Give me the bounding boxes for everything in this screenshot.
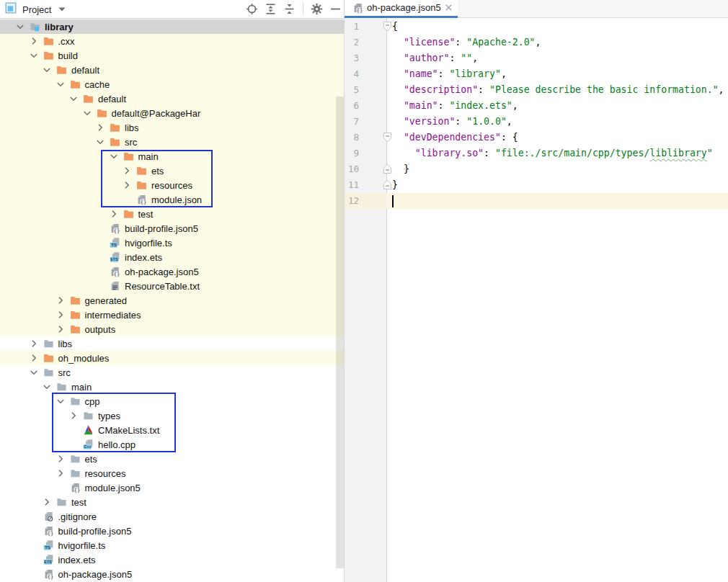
tree-row-generated[interactable]: generated — [0, 293, 345, 308]
tree-row-resourcetable.txt[interactable]: ResourceTable.txt — [0, 279, 345, 293]
tree-item-label: ets — [85, 454, 97, 465]
tree-row-src[interactable]: src — [0, 135, 345, 149]
fold-start-icon[interactable] — [383, 132, 392, 143]
code-line[interactable]: "devDependencies": { — [388, 130, 728, 146]
collapse-all-button[interactable] — [283, 3, 296, 15]
chevron-collapsed-icon[interactable] — [30, 37, 38, 45]
line-numbers: 123456789101112 — [345, 19, 359, 209]
editor-tab[interactable]: {}oh-package.json5 — [345, 0, 458, 18]
tree-row-test[interactable]: test — [0, 207, 345, 221]
tree-row-libs[interactable]: libs — [0, 336, 345, 351]
close-icon[interactable] — [445, 4, 453, 12]
settings-button[interactable] — [311, 3, 323, 15]
chevron-expanded-icon[interactable] — [69, 94, 78, 103]
ts-icon: TS — [43, 540, 54, 551]
code-line[interactable] — [388, 193, 728, 209]
chevron-expanded-icon[interactable] — [30, 51, 38, 60]
svg-text:{}: {} — [114, 271, 120, 277]
chevron-expanded-icon[interactable] — [30, 368, 38, 377]
chevron-expanded-icon[interactable] — [56, 80, 65, 89]
code-line[interactable]: "name": "library", — [388, 66, 728, 82]
chevron-collapsed-icon[interactable] — [56, 469, 65, 478]
tree-row-library[interactable]: library — [0, 19, 345, 34]
line-number: 8 — [345, 130, 359, 146]
token: "" — [461, 53, 472, 63]
chevron-collapsed-icon[interactable] — [96, 123, 105, 132]
chevron-collapsed-icon[interactable] — [30, 354, 38, 362]
ets-icon: ETS — [43, 555, 54, 565]
tree-row-resources[interactable]: resources — [0, 466, 345, 480]
expand-all-button[interactable] — [265, 3, 277, 15]
line-number: 2 — [345, 35, 359, 50]
code-line[interactable]: "main": "index.ets", — [388, 98, 728, 114]
tree-row-.cxx[interactable]: .cxx — [0, 34, 345, 48]
tree-row-outputs[interactable]: outputs — [0, 322, 345, 336]
tree-row-default-packagehar[interactable]: default@PackageHar — [0, 106, 345, 120]
chevron-placeholder — [96, 224, 105, 233]
tree-row-index.ets[interactable]: ETSindex.ets — [0, 250, 345, 264]
tree-item-label: build — [58, 50, 78, 61]
code-line[interactable]: "description": "Please describe the basi… — [388, 82, 728, 98]
json-icon: {} — [110, 267, 120, 277]
token: "file:./src/main/cpp/types/ — [495, 148, 649, 158]
tree-row-default[interactable]: default — [0, 63, 345, 77]
svg-text:ETS: ETS — [44, 560, 52, 564]
tree-item-label: src — [125, 137, 137, 148]
tree-row-src[interactable]: src — [0, 365, 345, 380]
code-line[interactable]: } — [388, 177, 728, 193]
chevron-collapsed-icon[interactable] — [56, 310, 65, 319]
chevron-collapsed-icon[interactable] — [110, 210, 118, 218]
project-view-switcher[interactable]: Project — [5, 1, 66, 17]
tree-item-label: default — [98, 94, 126, 104]
tree-row-build-profile.json5[interactable]: {}build-profile.json5 — [0, 524, 345, 538]
tree-row-ets[interactable]: ets — [0, 452, 345, 466]
tree-row-libs[interactable]: libs — [0, 120, 345, 135]
chevron-collapsed-icon[interactable] — [56, 455, 65, 463]
code-line[interactable]: "author": "", — [388, 50, 728, 66]
tree-item-label: resources — [85, 468, 126, 479]
code-line[interactable]: } — [388, 161, 728, 177]
chevron-placeholder — [30, 570, 38, 578]
tree-row-.gitignore[interactable]: .gitignore — [0, 509, 345, 524]
editor-body[interactable]: 123456789101112 { "license": "Apache-2.0… — [345, 18, 728, 582]
tree-row-index.ets[interactable]: ETSindex.ets — [0, 552, 345, 567]
chevron-expanded-icon[interactable] — [83, 109, 92, 117]
tree-row-intermediates[interactable]: intermediates — [0, 308, 345, 322]
tree-row-hvigorfile.ts[interactable]: TShvigorfile.ts — [0, 236, 345, 250]
tree-row-oh-modules[interactable]: oh_modules — [0, 351, 345, 365]
chevron-expanded-icon[interactable] — [43, 66, 51, 74]
code-line[interactable]: "version": "1.0.0", — [388, 114, 728, 130]
chevron-collapsed-icon[interactable] — [30, 339, 38, 348]
chevron-collapsed-icon[interactable] — [56, 296, 65, 305]
tree-row-hvigorfile.ts[interactable]: TShvigorfile.ts — [0, 538, 345, 552]
tree-item-label: index.ets — [58, 555, 96, 565]
fold-end-icon[interactable] — [383, 179, 392, 190]
tree-row-build-profile.json5[interactable]: {}build-profile.json5 — [0, 221, 345, 236]
token: : — [501, 132, 512, 143]
code-content[interactable]: { "license": "Apache-2.0", "author": "",… — [388, 19, 728, 209]
hide-button[interactable] — [329, 3, 342, 15]
tree-scrollbar-thumb[interactable] — [336, 97, 344, 568]
tree-row-module.json5[interactable]: {}module.json5 — [0, 480, 345, 495]
chevron-expanded-icon[interactable] — [16, 22, 25, 31]
chevron-collapsed-icon[interactable] — [56, 325, 65, 333]
txt-icon — [110, 281, 120, 292]
tree-row-test[interactable]: test — [0, 495, 345, 509]
fold-end-icon[interactable] — [383, 164, 392, 174]
code-line[interactable]: { — [388, 19, 728, 35]
chevron-expanded-icon[interactable] — [43, 382, 51, 391]
tree-row-build[interactable]: build — [0, 48, 345, 63]
locate-button[interactable] — [246, 3, 258, 15]
chevron-collapsed-icon[interactable] — [43, 498, 51, 506]
code-line[interactable]: "library.so": "file:./src/main/cpp/types… — [388, 146, 728, 161]
code-line[interactable]: "license": "Apache-2.0", — [388, 35, 728, 50]
ets-icon: ETS — [110, 252, 120, 263]
tree-row-cache[interactable]: cache — [0, 77, 345, 91]
tree-row-oh-package.json5[interactable]: {}oh-package.json5 — [0, 264, 345, 279]
tree-row-default[interactable]: default — [0, 91, 345, 106]
tree-item-label: ResourceTable.txt — [125, 281, 200, 292]
chevron-expanded-icon[interactable] — [96, 138, 105, 146]
tree-row-oh-package.json5[interactable]: {}oh-package.json5 — [0, 567, 345, 581]
fold-start-icon[interactable] — [383, 21, 392, 32]
tree-row-main[interactable]: main — [0, 380, 345, 394]
